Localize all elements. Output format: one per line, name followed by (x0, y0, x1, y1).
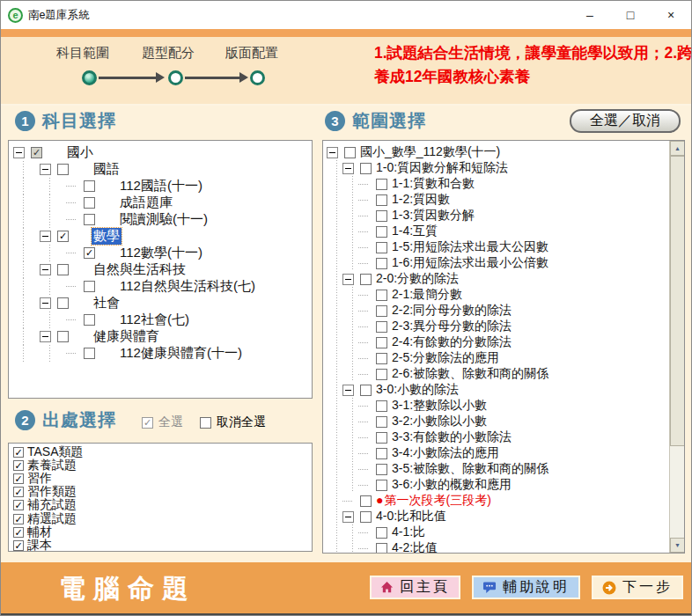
tree-label[interactable]: 3-0:小數的除法 (374, 382, 460, 398)
tree-checkbox[interactable] (360, 274, 372, 285)
tree-checkbox[interactable] (376, 290, 387, 301)
tree-label[interactable]: 自然與生活科技 (92, 261, 188, 278)
tree-label[interactable]: 112數學(十一) (118, 245, 204, 261)
tree-checkbox[interactable] (84, 314, 95, 326)
tree-checkbox[interactable] (57, 164, 69, 175)
expand-collapse-icon[interactable] (40, 331, 51, 342)
tree-label[interactable]: 數學 (92, 228, 121, 245)
step-circle-1[interactable] (82, 70, 97, 85)
tree-checkbox[interactable] (376, 321, 387, 333)
step-layout-config[interactable]: 版面配置 (203, 45, 300, 62)
tree-checkbox[interactable] (376, 179, 387, 190)
item-checkbox[interactable]: ✓ (13, 540, 24, 551)
tree-checkbox[interactable] (376, 210, 387, 222)
tree-checkbox[interactable] (360, 495, 372, 507)
tree-checkbox[interactable] (84, 197, 95, 209)
tree-checkbox[interactable] (376, 400, 387, 412)
expand-collapse-icon[interactable] (40, 264, 51, 275)
tree-label[interactable]: 3-1:整數除以小數 (390, 398, 489, 414)
source-list-item[interactable]: ✓素養試題 (12, 458, 312, 472)
tree-checkbox[interactable] (57, 297, 69, 309)
tree-label[interactable]: 112國語(十一) (118, 178, 204, 194)
expand-collapse-icon[interactable] (327, 147, 338, 158)
maximize-button[interactable]: □ (610, 1, 651, 29)
tree-checkbox[interactable]: ✓ (84, 247, 95, 259)
tree-checkbox[interactable] (376, 480, 387, 491)
tree-label[interactable]: 3-5:被除數、除數和商的關係 (390, 461, 550, 477)
tree-checkbox[interactable] (376, 432, 387, 444)
tree-label[interactable]: 112社會(七) (118, 312, 191, 328)
step-circle-3[interactable] (250, 70, 265, 85)
expand-collapse-icon[interactable] (342, 163, 354, 174)
tree-label[interactable]: 1-6:用短除法求出最小公倍數 (390, 255, 550, 271)
home-button[interactable]: 回主頁 (370, 576, 460, 599)
tree-label[interactable]: 2-5:分數除法的應用 (390, 350, 501, 366)
tree-label[interactable]: 3-6:小數的概數和應用 (390, 477, 513, 493)
tree-checkbox[interactable] (84, 214, 95, 225)
tree-checkbox[interactable] (376, 337, 387, 348)
item-checkbox[interactable]: ✓ (13, 514, 24, 524)
step-question-allocation[interactable]: 題型配分 (120, 45, 217, 62)
select-all-checkbox[interactable]: ✓ 全選 (142, 414, 183, 430)
vertical-scrollbar[interactable]: ▲ ▼ (669, 141, 684, 553)
item-checkbox[interactable]: ✓ (13, 460, 24, 471)
tree-checkbox[interactable] (84, 180, 95, 192)
tree-checkbox[interactable] (376, 543, 387, 554)
scroll-up-icon[interactable]: ▲ (670, 141, 685, 156)
tree-checkbox[interactable] (57, 264, 69, 275)
expand-collapse-icon[interactable] (342, 385, 354, 396)
tree-checkbox[interactable] (360, 385, 372, 396)
checkbox-icon[interactable]: ✓ (142, 417, 153, 429)
tree-checkbox[interactable] (376, 369, 387, 380)
tree-label[interactable]: 2-4:有餘數的分數除法 (390, 334, 513, 350)
item-checkbox[interactable]: ✓ (13, 487, 24, 497)
tree-label[interactable]: 2-0:分數的除法 (374, 271, 460, 287)
item-checkbox[interactable]: ✓ (13, 500, 24, 510)
checkbox-icon[interactable] (200, 417, 211, 429)
item-checkbox[interactable]: ✓ (13, 473, 24, 484)
tree-label[interactable]: 2-6:被除數、除數和商的關係 (390, 366, 550, 382)
scrollbar-thumb[interactable] (670, 156, 685, 446)
tree-label[interactable]: 4-2:比值 (390, 540, 439, 554)
tree-checkbox[interactable] (376, 416, 387, 428)
tree-label[interactable]: 1-1:質數和合數 (390, 176, 476, 192)
tree-checkbox[interactable] (376, 242, 387, 253)
item-checkbox[interactable]: ✓ (13, 447, 24, 458)
tree-checkbox[interactable] (376, 258, 387, 269)
close-button[interactable]: × (651, 1, 691, 29)
next-step-button[interactable]: 下一步 (592, 576, 683, 599)
expand-collapse-icon[interactable] (40, 231, 51, 242)
select-toggle-all-button[interactable]: 全選／取消 (570, 109, 681, 133)
tree-checkbox[interactable] (376, 448, 387, 459)
step-circle-2[interactable] (168, 70, 183, 85)
item-checkbox[interactable]: ✓ (13, 527, 24, 538)
tree-checkbox[interactable] (84, 281, 95, 292)
tree-checkbox[interactable] (376, 194, 387, 206)
tree-checkbox[interactable]: ✓ (57, 231, 69, 242)
tree-label[interactable]: 3-2:小數除以小數 (390, 414, 489, 429)
tree-checkbox[interactable] (376, 226, 387, 238)
expand-collapse-icon[interactable] (40, 297, 51, 309)
tree-checkbox[interactable] (376, 305, 387, 317)
tree-label[interactable]: 2-2:同分母分數的除法 (390, 303, 513, 319)
expand-collapse-icon[interactable] (13, 147, 25, 158)
minimize-button[interactable]: – (570, 1, 610, 29)
tree-label[interactable]: 4-0:比和比值 (374, 509, 448, 524)
tree-label[interactable]: 1-4:互質 (390, 224, 439, 239)
tree-label[interactable]: 112自然與生活科技(七) (118, 278, 257, 295)
source-list-item[interactable]: ✓輔材 (12, 525, 312, 539)
tree-label[interactable]: 112健康與體育(十一) (118, 345, 244, 362)
tree-checkbox[interactable] (360, 511, 372, 523)
step-subject-range[interactable]: 科目範圍 (34, 45, 131, 62)
source-list-item[interactable]: ✓精選試題 (12, 512, 312, 525)
tree-label[interactable]: 國語 (92, 161, 121, 178)
tree-label[interactable]: 閱讀測驗(十一) (118, 211, 210, 228)
tree-label[interactable]: 1-3:質因數分解 (390, 208, 476, 224)
tree-checkbox[interactable] (376, 353, 387, 364)
help-button[interactable]: 輔助說明 (472, 576, 580, 599)
deselect-all-checkbox[interactable]: 取消全選 (200, 414, 266, 430)
tree-label[interactable]: 社會 (92, 295, 121, 312)
tree-label[interactable]: 健康與體育 (92, 328, 161, 345)
tree-checkbox[interactable] (57, 331, 69, 342)
tree-label[interactable]: 國小 (65, 144, 95, 161)
